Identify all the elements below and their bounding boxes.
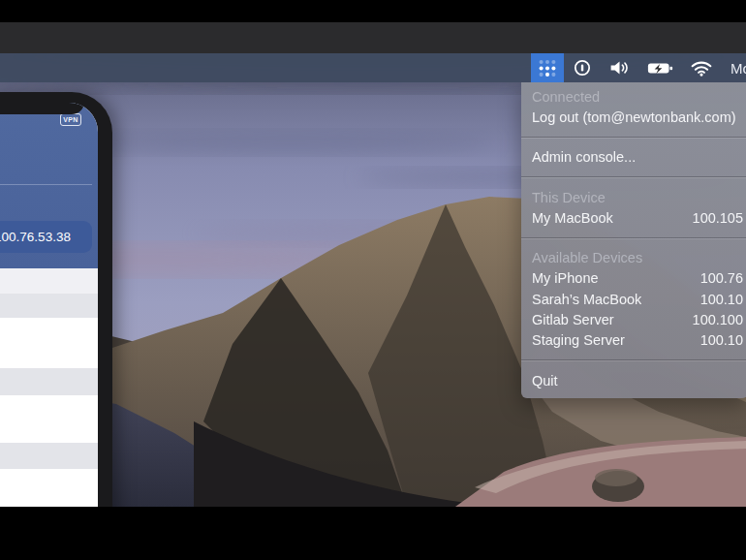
menu-item-my-iphone[interactable]: My iPhone100.76 bbox=[521, 268, 746, 289]
phone-notch bbox=[0, 103, 84, 114]
menu-item-gitlab-server[interactable]: Gitlab Server100.100 bbox=[521, 309, 746, 329]
phone-ip-pill[interactable]: 100.76.53.38 bbox=[0, 221, 92, 253]
volume-icon bbox=[609, 59, 630, 77]
onepassword-menubar-button[interactable] bbox=[564, 53, 601, 82]
phone-screen: k.com 100.76.53.38 VPN e... bbox=[0, 103, 98, 560]
device-list-row[interactable] bbox=[0, 368, 98, 395]
menu-available-devices-header: Available Devices bbox=[521, 247, 746, 267]
volume-menubar-button[interactable] bbox=[601, 53, 638, 82]
vpn-app-header: k.com 100.76.53.38 bbox=[0, 103, 98, 268]
menubar-clock[interactable]: Mo bbox=[721, 60, 746, 77]
menu-separator bbox=[521, 359, 746, 360]
frame-gray-band bbox=[0, 22, 746, 53]
onepassword-icon bbox=[573, 58, 592, 78]
wifi-menubar-button[interactable] bbox=[682, 53, 721, 82]
letterbox-bottom-bar bbox=[0, 507, 746, 560]
menu-item-staging-server[interactable]: Staging Server100.10 bbox=[521, 330, 746, 351]
menu-item-admin-console[interactable]: Admin console... bbox=[521, 147, 746, 168]
vpn-status-badge: VPN bbox=[60, 113, 81, 126]
device-list-header: e... bbox=[0, 268, 98, 294]
divider bbox=[0, 184, 92, 185]
macos-menu-bar: Mo bbox=[0, 53, 746, 82]
menu-separator bbox=[521, 237, 746, 238]
letterbox-top-bar bbox=[0, 0, 746, 22]
device-list-row[interactable] bbox=[0, 395, 98, 443]
iphone-mockup: k.com 100.76.53.38 VPN e... bbox=[0, 92, 112, 560]
battery-charging-icon bbox=[647, 61, 673, 76]
menu-item-my-macbook[interactable]: My MacBook100.105 bbox=[521, 207, 746, 228]
tailscale-menubar-button[interactable] bbox=[531, 53, 564, 82]
wifi-icon bbox=[691, 60, 712, 77]
menu-item-quit[interactable]: Quit bbox=[521, 370, 746, 390]
tailscale-icon bbox=[537, 57, 558, 78]
device-list-row[interactable] bbox=[0, 318, 98, 368]
menu-this-device-header: This Device bbox=[521, 187, 746, 207]
menu-item-sarahs-macbook[interactable]: Sarah’s MacBook100.10 bbox=[521, 289, 746, 309]
battery-menubar-button[interactable] bbox=[638, 53, 682, 82]
device-list-row[interactable] bbox=[0, 294, 98, 318]
menu-separator bbox=[521, 137, 746, 138]
tailscale-dropdown-menu: Connected Log out (tom@newtonbank.com) A… bbox=[521, 82, 746, 398]
menu-separator bbox=[521, 176, 746, 177]
device-list-row[interactable] bbox=[0, 443, 98, 469]
menu-status-header: Connected bbox=[521, 86, 746, 107]
menu-item-logout[interactable]: Log out (tom@newtonbank.com) bbox=[521, 107, 746, 127]
